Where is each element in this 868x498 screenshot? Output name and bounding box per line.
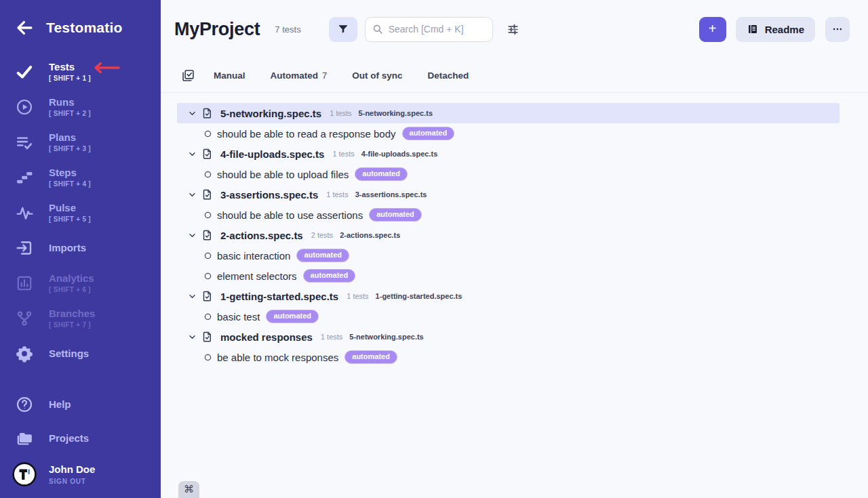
readme-button[interactable]: Readme xyxy=(736,17,815,42)
chevron-down-icon[interactable] xyxy=(187,230,197,240)
sidebar-item-plans[interactable]: Plans[ SHIFT + 3 ] xyxy=(0,125,161,160)
test-row[interactable]: basic interactionautomated xyxy=(177,245,840,266)
chevron-down-icon[interactable] xyxy=(187,108,197,118)
sign-out-link[interactable]: SIGN OUT xyxy=(49,477,95,486)
shortcut-hint: [ SHIFT + 3 ] xyxy=(49,145,91,154)
tab-automated[interactable]: Automated7 xyxy=(271,70,328,81)
sliders-button[interactable] xyxy=(505,20,522,38)
sidebar-item-help[interactable]: Help xyxy=(0,388,161,421)
red-arrow-annotation xyxy=(90,61,121,75)
suite-file-path: 2-actions.spec.ts xyxy=(340,231,400,239)
file-check-icon xyxy=(201,148,214,161)
bar-chart-icon xyxy=(14,273,35,293)
user-menu[interactable]: John Doe SIGN OUT xyxy=(0,458,161,491)
shortcut-hint: [ SHIFT + 2 ] xyxy=(49,110,91,119)
tab-manual[interactable]: Manual xyxy=(214,70,245,81)
file-check-icon xyxy=(201,107,214,120)
suite-test-count: 1 tests xyxy=(330,109,351,117)
file-check-icon xyxy=(201,188,214,201)
test-title: should be able to use assertions xyxy=(217,209,363,221)
suite-test-count: 1 tests xyxy=(332,150,354,158)
tab-out-of-sync[interactable]: Out of sync xyxy=(352,70,402,81)
test-title: basic test xyxy=(217,311,260,323)
automated-badge: automated xyxy=(402,127,455,140)
sidebar-item-settings[interactable]: Settings xyxy=(0,336,161,371)
suite-test-count: 1 tests xyxy=(326,190,348,199)
select-all-button[interactable] xyxy=(180,67,196,83)
funnel-icon xyxy=(337,23,349,35)
tab-label: Out of sync xyxy=(352,70,402,81)
circle-icon xyxy=(204,211,212,219)
sidebar-item-tests[interactable]: Tests[ SHIFT + 1 ] xyxy=(0,54,161,89)
suite-name: 3-assertions.spec.ts xyxy=(220,189,318,201)
cmd-key-button[interactable]: ⌘ xyxy=(178,481,199,498)
chevron-down-icon[interactable] xyxy=(187,190,197,199)
sidebar-item-analytics[interactable]: Analytics[ SHIFT + 6 ] xyxy=(0,266,161,301)
suite-row[interactable]: 4-file-uploads.spec.ts1 tests4-file-uplo… xyxy=(177,144,840,164)
sidebar-item-label: Pulse xyxy=(49,202,91,215)
suite-row[interactable]: 5-networking.spec.ts1 tests5-networking.… xyxy=(177,103,840,123)
book-icon xyxy=(747,23,759,35)
sidebar-item-runs[interactable]: Runs[ SHIFT + 2 ] xyxy=(0,89,161,125)
filter-button[interactable] xyxy=(329,17,357,42)
sidebar-nav: Tests[ SHIFT + 1 ]Runs[ SHIFT + 2 ]Plans… xyxy=(0,54,161,371)
more-button[interactable] xyxy=(825,17,850,42)
tab-label: Manual xyxy=(214,70,245,81)
shortcut-hint: [ SHIFT + 1 ] xyxy=(49,75,91,83)
test-row[interactable]: element selectorsautomated xyxy=(177,266,840,286)
tabs-list: ManualAutomated7Out of syncDetached xyxy=(214,70,469,81)
circle-icon xyxy=(204,130,212,138)
main-content: MyProject 7 tests + Readme ManualAutomat xyxy=(161,0,868,498)
circle-icon xyxy=(204,313,212,320)
page-title: MyProject xyxy=(174,19,260,40)
test-row[interactable]: be able to mock responsesautomated xyxy=(177,347,840,367)
test-row[interactable]: should be able to read a response bodyau… xyxy=(177,123,840,144)
test-title: should be able to read a response body xyxy=(217,128,396,140)
back-arrow-icon[interactable] xyxy=(14,18,35,38)
search-box[interactable] xyxy=(365,17,493,42)
test-title: basic interaction xyxy=(217,250,290,262)
test-row[interactable]: basic testautomated xyxy=(177,306,840,327)
avatar[interactable] xyxy=(12,462,37,486)
sidebar-item-branches[interactable]: Branches[ SHIFT + 7 ] xyxy=(0,301,161,336)
sidebar-item-label: Tests xyxy=(49,61,91,74)
search-input[interactable] xyxy=(389,24,486,35)
list-check-icon xyxy=(14,132,35,152)
sidebar-item-imports[interactable]: Imports xyxy=(0,230,161,266)
sidebar-item-label: Help xyxy=(49,398,71,411)
file-check-icon xyxy=(201,290,214,303)
suite-test-count: 1 tests xyxy=(321,333,342,341)
sidebar-item-label: Branches xyxy=(49,308,95,320)
sidebar-item-label: Analytics xyxy=(49,272,94,285)
tests-count: 7 tests xyxy=(275,24,300,35)
tab-label: Automated xyxy=(271,70,319,81)
test-list: 5-networking.spec.ts1 tests5-networking.… xyxy=(161,93,868,367)
chevron-down-icon[interactable] xyxy=(187,291,197,301)
chevron-down-icon[interactable] xyxy=(187,332,197,341)
suite-row[interactable]: 1-getting-started.spec.ts1 tests1-gettin… xyxy=(177,286,840,306)
test-title: should be able to upload files xyxy=(217,169,349,180)
sidebar-item-steps[interactable]: Steps[ SHIFT + 4 ] xyxy=(0,160,161,195)
suite-row[interactable]: 2-actions.spec.ts2 tests2-actions.spec.t… xyxy=(177,225,840,245)
sidebar-item-label: Plans xyxy=(49,131,91,144)
suite-file-path: 3-assertions.spec.ts xyxy=(355,190,427,199)
user-name: John Doe xyxy=(49,463,95,476)
test-row[interactable]: should be able to use assertionsautomate… xyxy=(177,205,840,225)
brand-title[interactable]: Testomatio xyxy=(46,20,122,36)
sidebar-item-pulse[interactable]: Pulse[ SHIFT + 5 ] xyxy=(0,195,161,230)
test-row[interactable]: should be able to upload filesautomated xyxy=(177,164,840,184)
automated-badge: automated xyxy=(266,310,319,323)
sidebar-item-projects[interactable]: Projects xyxy=(0,421,161,455)
circle-icon xyxy=(204,171,212,178)
file-check-icon xyxy=(201,331,214,344)
tab-detached[interactable]: Detached xyxy=(428,70,469,81)
filter-tabs-row: ManualAutomated7Out of syncDetached xyxy=(161,58,868,93)
tab-label: Detached xyxy=(428,70,469,81)
shortcut-hint: [ SHIFT + 7 ] xyxy=(49,321,95,330)
suite-row[interactable]: mocked responses1 tests5-networking.spec… xyxy=(177,327,840,347)
select-all-icon xyxy=(181,68,195,83)
add-test-button[interactable]: + xyxy=(699,17,726,42)
suite-name: mocked responses xyxy=(220,331,313,343)
suite-row[interactable]: 3-assertions.spec.ts1 tests3-assertions.… xyxy=(177,184,840,205)
chevron-down-icon[interactable] xyxy=(187,149,197,159)
